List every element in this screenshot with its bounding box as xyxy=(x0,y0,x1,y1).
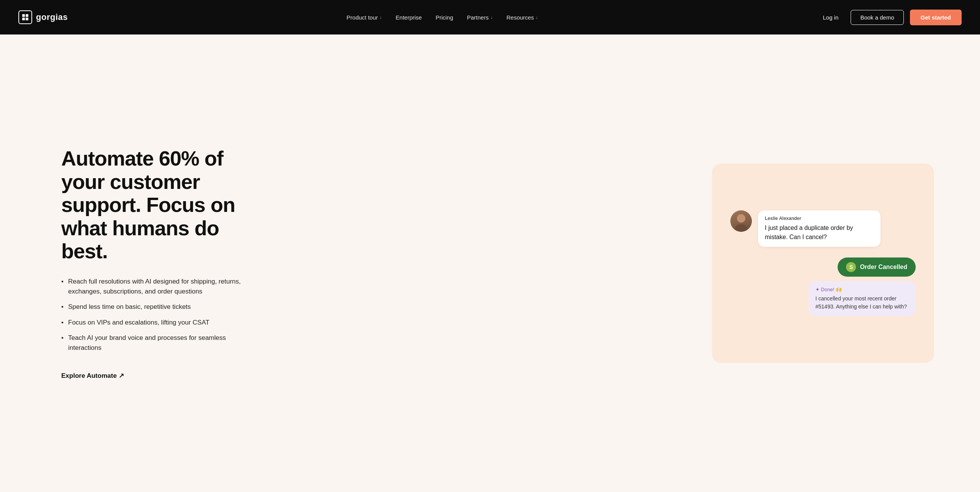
ai-response-bubble: ✦ Done! 🙌 I cancelled your most recent o… xyxy=(808,281,916,316)
hero-bullet-2: Spend less time on basic, repetitive tic… xyxy=(61,302,253,312)
get-started-button[interactable]: Get started xyxy=(910,10,962,25)
chevron-down-icon: ↓ xyxy=(490,15,493,20)
hero-left-content: Automate 60% of your customer support. F… xyxy=(61,147,253,379)
chat-bot-response-row: S Order Cancelled ✦ Done! 🙌 I cancelled … xyxy=(730,257,916,316)
user-message-bubble: Leslie Alexander I just placed a duplica… xyxy=(758,210,880,246)
nav-item-partners[interactable]: Partners ↓ xyxy=(467,14,493,21)
nav-item-resources[interactable]: Resources ↓ xyxy=(506,14,538,21)
nav-item-enterprise[interactable]: Enterprise xyxy=(396,14,422,21)
hero-section: Automate 60% of your customer support. F… xyxy=(0,34,980,492)
chevron-down-icon: ↓ xyxy=(380,15,382,20)
user-name: Leslie Alexander xyxy=(765,216,874,221)
nav-item-product-tour[interactable]: Product tour ↓ xyxy=(346,14,382,21)
ai-done-label: ✦ Done! 🙌 xyxy=(815,287,909,292)
shopify-icon: S xyxy=(846,262,856,272)
chevron-down-icon: ↓ xyxy=(536,15,538,20)
nav-links: Product tour ↓ Enterprise Pricing Partne… xyxy=(346,14,538,21)
logo-icon xyxy=(18,10,32,24)
svg-rect-2 xyxy=(22,18,25,20)
bot-response-container: S Order Cancelled ✦ Done! 🙌 I cancelled … xyxy=(808,257,916,316)
logo-text: gorgias xyxy=(36,12,68,22)
svg-rect-0 xyxy=(22,14,25,17)
user-message-text: I just placed a duplicate order by mista… xyxy=(765,223,874,241)
hero-right-demo: Leslie Alexander I just placed a duplica… xyxy=(276,164,934,363)
nav-actions: Log in Book a demo Get started xyxy=(817,10,962,25)
chat-demo-card: Leslie Alexander I just placed a duplica… xyxy=(712,164,934,363)
explore-automate-link[interactable]: Explore Automate ↗ xyxy=(61,372,124,380)
book-demo-button[interactable]: Book a demo xyxy=(851,10,903,25)
user-avatar xyxy=(730,210,752,232)
order-cancelled-badge: S Order Cancelled xyxy=(838,257,916,277)
main-nav: gorgias Product tour ↓ Enterprise Pricin… xyxy=(0,0,980,34)
ai-response-text: I cancelled your most recent order #5149… xyxy=(815,295,909,311)
login-button[interactable]: Log in xyxy=(817,11,845,24)
svg-rect-3 xyxy=(26,18,28,20)
hero-bullet-4: Teach AI your brand voice and processes … xyxy=(61,333,253,353)
hero-bullet-3: Focus on VIPs and escalations, lifting y… xyxy=(61,318,253,328)
nav-item-pricing[interactable]: Pricing xyxy=(436,14,453,21)
avatar-illustration xyxy=(730,210,752,232)
logo-link[interactable]: gorgias xyxy=(18,10,68,24)
hero-bullets-list: Reach full resolutions with AI designed … xyxy=(61,277,253,353)
chat-user-message-row: Leslie Alexander I just placed a duplica… xyxy=(730,210,916,246)
hero-title: Automate 60% of your customer support. F… xyxy=(61,147,253,262)
svg-rect-1 xyxy=(26,14,28,17)
hero-bullet-1: Reach full resolutions with AI designed … xyxy=(61,277,253,297)
